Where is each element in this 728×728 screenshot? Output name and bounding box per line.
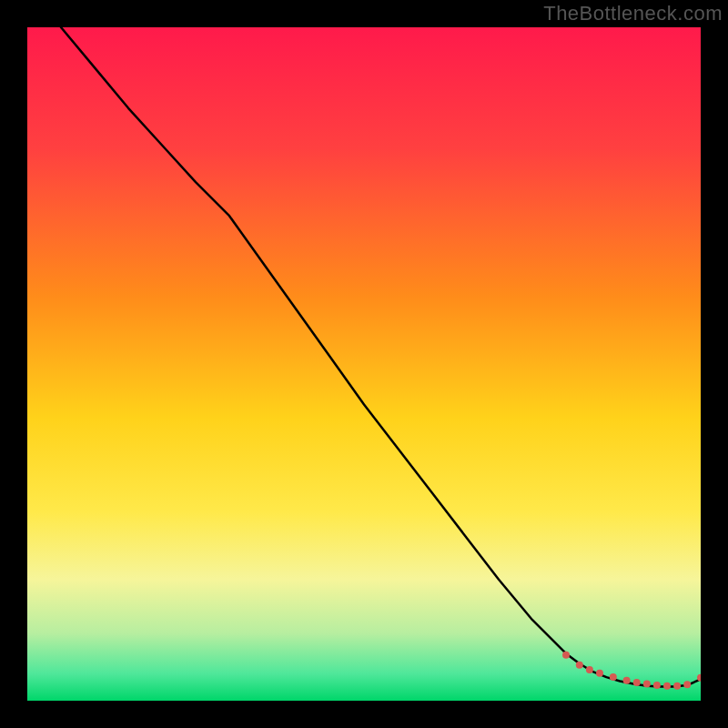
watermark-text: TheBottleneck.com: [543, 2, 723, 25]
bottleneck-curve: [61, 27, 701, 687]
marker-point: [586, 666, 593, 673]
marker-point: [683, 681, 691, 688]
marker-point: [623, 677, 631, 684]
marker-point: [596, 670, 603, 677]
plot-area: [27, 27, 701, 701]
marker-point: [673, 682, 681, 690]
chart-overlay-svg: [27, 27, 701, 701]
marker-point: [610, 673, 617, 681]
marker-point: [576, 662, 583, 669]
marker-point: [653, 682, 661, 689]
chart-frame: TheBottleneck.com: [0, 0, 728, 728]
marker-point: [663, 682, 671, 690]
marker-point: [643, 681, 651, 688]
marker-point: [562, 652, 570, 659]
marker-point: [633, 679, 641, 686]
